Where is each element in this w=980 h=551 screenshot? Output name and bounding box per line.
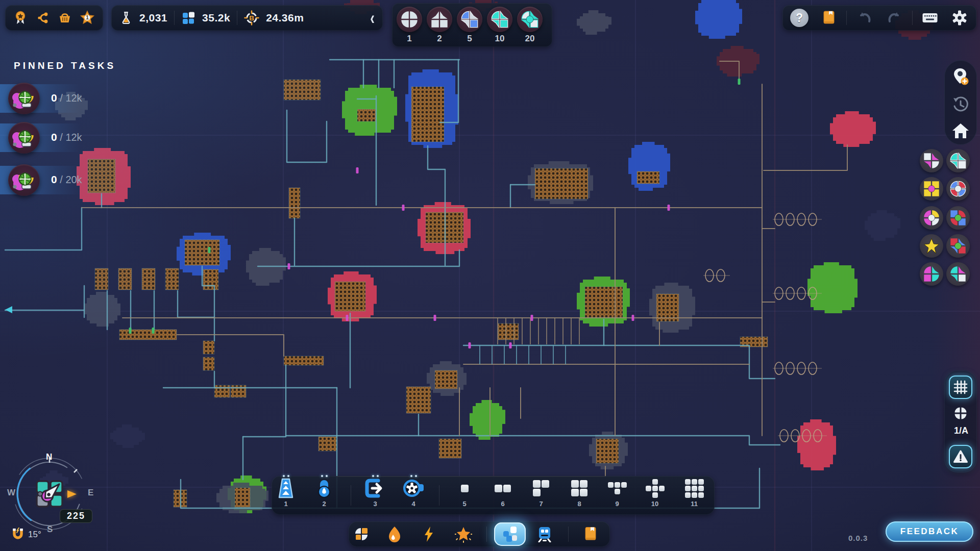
achievements-icon[interactable] xyxy=(13,11,28,25)
level-star-icon[interactable]: 1 xyxy=(80,10,95,26)
map-shape-filter[interactable] xyxy=(946,149,970,172)
hotkey-label: 1 xyxy=(270,500,302,508)
compass[interactable]: N W E S 225 15° xyxy=(6,449,103,549)
platform-3x3[interactable]: 11 xyxy=(678,478,710,508)
map-shape-filter[interactable] xyxy=(920,149,943,172)
shop-basket-icon[interactable] xyxy=(58,11,72,25)
hotkey-pips xyxy=(397,475,430,477)
research-tree-icon[interactable] xyxy=(35,11,50,25)
map-shape-filter[interactable] xyxy=(920,177,943,201)
divider xyxy=(351,485,351,506)
machine-gear-icon xyxy=(397,478,430,499)
category-energy[interactable] xyxy=(418,523,440,545)
shape-badge-icon xyxy=(397,7,422,32)
shape-badge-icon xyxy=(517,7,543,32)
hotkey-label: 3 xyxy=(359,500,391,508)
svg-text:B: B xyxy=(249,14,254,22)
help-button[interactable]: ? xyxy=(788,6,811,30)
task-shape-icon xyxy=(8,122,40,154)
shape-badge[interactable]: 10 xyxy=(484,7,515,44)
shape-badge-count: 20 xyxy=(514,34,545,44)
settings-gear-icon[interactable] xyxy=(948,6,971,30)
hotkey-label: 5 xyxy=(448,500,481,508)
keybindings-button[interactable] xyxy=(918,6,942,30)
map-shape-filter[interactable] xyxy=(946,234,970,258)
platform-pattern-icon xyxy=(563,478,596,499)
divider xyxy=(912,11,913,25)
help-label: ? xyxy=(796,11,803,25)
hotkey-label: 8 xyxy=(563,500,596,508)
hotkey-label: 2 xyxy=(308,500,340,508)
platform-pattern-icon xyxy=(678,478,710,499)
category-fluids[interactable] xyxy=(383,523,406,545)
map-shape-filter[interactable] xyxy=(920,262,943,286)
compass-south: S xyxy=(47,524,53,535)
shape-badge[interactable]: 20 xyxy=(514,7,545,44)
divider xyxy=(846,11,847,25)
hotkey-label: 4 xyxy=(397,500,430,508)
compass-east: E xyxy=(88,488,93,498)
svg-text:1: 1 xyxy=(86,15,89,20)
shape-overlay-toggle-icon[interactable] xyxy=(949,403,972,423)
tool-extractor[interactable]: 3 xyxy=(359,478,391,508)
tool-belt[interactable]: 1 xyxy=(270,478,302,508)
platform-T[interactable]: 9 xyxy=(601,478,633,508)
map-shape-filter[interactable] xyxy=(946,206,970,230)
divider xyxy=(568,527,569,542)
category-trains[interactable] xyxy=(533,523,556,545)
grid-toggle-button[interactable] xyxy=(949,375,972,399)
platform-cross[interactable]: 10 xyxy=(639,478,671,508)
platform-pattern-icon xyxy=(448,478,481,499)
shape-badge[interactable]: 5 xyxy=(454,7,485,44)
shape-badge-count: 10 xyxy=(484,34,515,44)
platform-pattern-icon xyxy=(486,478,519,499)
home-icon[interactable] xyxy=(949,119,972,143)
platform-1x1[interactable]: 5 xyxy=(448,478,481,508)
top-left-menu-panel: 1 xyxy=(5,5,103,31)
hotkey-pips xyxy=(308,475,340,477)
redo-button[interactable] xyxy=(883,6,906,30)
shape-badge-icon xyxy=(457,7,482,32)
pinned-tasks-title: PINNED TASKS xyxy=(14,60,116,71)
divider xyxy=(237,11,237,25)
hotkey-pips xyxy=(270,475,302,477)
map-shape-filter[interactable] xyxy=(946,262,970,286)
divider xyxy=(486,527,487,542)
platform-1x2[interactable]: 6 xyxy=(486,478,519,508)
platform-L[interactable]: 7 xyxy=(525,478,557,508)
collapse-resources-chevron[interactable]: ‹ xyxy=(370,9,375,27)
world-map[interactable] xyxy=(0,0,980,551)
magnet-snap-icon[interactable] xyxy=(10,527,26,542)
game-viewport[interactable]: 1 2,031 35.2k xyxy=(0,0,980,551)
shape-badge[interactable]: 1 xyxy=(394,7,425,44)
top-right-menu-panel: ? xyxy=(782,5,976,31)
undo-button[interactable] xyxy=(853,6,876,30)
journal-button[interactable] xyxy=(817,6,841,30)
category-platforms[interactable] xyxy=(499,523,521,545)
blueprint-points-value: 35.2k xyxy=(202,12,230,24)
shape-badge-icon xyxy=(427,7,452,32)
hotkey-label: 7 xyxy=(525,500,557,508)
map-shape-filter[interactable] xyxy=(946,177,970,201)
task-shape-icon xyxy=(8,164,40,196)
shape-badge[interactable]: 2 xyxy=(424,7,455,44)
feedback-button[interactable]: FEEDBACK xyxy=(886,521,973,542)
category-journal[interactable] xyxy=(579,523,602,545)
tool-pipe[interactable]: 2 xyxy=(308,478,340,508)
hotkey-label: 6 xyxy=(486,500,519,508)
history-icon[interactable] xyxy=(949,93,972,116)
version-label: 0.0.3 xyxy=(848,534,868,542)
add-pin-icon[interactable] xyxy=(949,65,972,89)
tool-machine[interactable]: 4 xyxy=(397,478,430,508)
category-shapes[interactable] xyxy=(350,523,373,545)
platform-2x2[interactable]: 8 xyxy=(563,478,596,508)
map-shape-filter[interactable] xyxy=(920,206,943,230)
category-goals[interactable] xyxy=(452,523,475,545)
layer-indicator: 1/A xyxy=(945,425,977,436)
shape-badge-count: 2 xyxy=(424,34,455,44)
notifications-warning-button[interactable] xyxy=(949,445,972,468)
shape-badge-count: 1 xyxy=(394,34,425,44)
platform-pattern-icon xyxy=(525,478,557,499)
map-shape-filter[interactable] xyxy=(920,234,943,258)
blueprint-points-icon xyxy=(181,11,195,25)
